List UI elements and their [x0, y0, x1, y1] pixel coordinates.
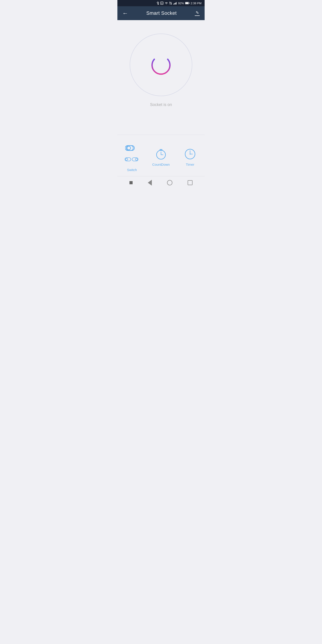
svg-rect-6 — [175, 3, 176, 4]
nav-back-button[interactable] — [146, 178, 154, 188]
battery-percentage: 92% — [178, 2, 184, 5]
power-button-svg[interactable] — [143, 47, 179, 83]
svg-rect-4 — [173, 4, 174, 4]
app-header: ← Smart Socket ✎ — [118, 6, 204, 20]
rect-recents-icon — [188, 180, 192, 185]
switch-action[interactable]: Switch — [122, 142, 142, 172]
power-container: Socket is on — [130, 34, 192, 107]
bluetooth-icon — [156, 2, 159, 5]
nav-recents-button[interactable] — [186, 178, 194, 187]
edit-icon: ✎ — [196, 10, 199, 16]
back-button[interactable]: ← — [122, 10, 128, 16]
toggle-switch-icon — [124, 157, 140, 166]
timer-action[interactable]: Timer — [180, 147, 200, 166]
switch-icon — [125, 142, 139, 155]
triangle-back-icon — [148, 180, 152, 186]
navigation-bar — [118, 176, 204, 189]
nav-back-home[interactable] — [128, 179, 134, 186]
time-display: 2:38 PM — [191, 2, 202, 5]
countdown-action[interactable]: CountDown — [151, 147, 171, 166]
status-bar: N 92% 2:38 PM — [118, 0, 204, 6]
circle-home-icon — [167, 180, 172, 185]
switch-label: Switch — [127, 168, 137, 172]
signal-icon — [173, 2, 177, 5]
socket-status: Socket is on — [150, 102, 172, 107]
svg-text:N: N — [161, 2, 162, 4]
svg-rect-5 — [174, 3, 175, 5]
edit-button[interactable]: ✎ — [195, 10, 200, 16]
square-icon — [130, 181, 132, 184]
svg-rect-10 — [185, 2, 188, 4]
timer-label: Timer — [186, 162, 194, 166]
svg-rect-9 — [189, 3, 190, 4]
svg-point-18 — [135, 158, 138, 160]
action-bar: Switch CountDown — [118, 134, 204, 176]
svg-point-28 — [190, 154, 190, 154]
svg-rect-15 — [125, 158, 131, 161]
svg-point-16 — [126, 158, 128, 160]
timer-icon — [183, 147, 197, 160]
nfc-icon: N — [160, 2, 164, 5]
status-icons: N 92% 2:38 PM — [156, 2, 202, 5]
countdown-label: CountDown — [152, 162, 170, 166]
countdown-icon — [154, 147, 168, 160]
nav-home-button[interactable] — [165, 178, 174, 187]
svg-point-13 — [127, 146, 130, 150]
page-title: Smart Socket — [146, 10, 177, 16]
main-content: Socket is on Switch — [118, 20, 204, 176]
battery-icon — [185, 2, 190, 4]
svg-rect-7 — [176, 2, 177, 5]
wifi-icon — [164, 2, 168, 4]
nosim-icon — [169, 2, 172, 5]
edit-underline — [195, 16, 200, 16]
power-outer-circle[interactable] — [130, 34, 192, 96]
